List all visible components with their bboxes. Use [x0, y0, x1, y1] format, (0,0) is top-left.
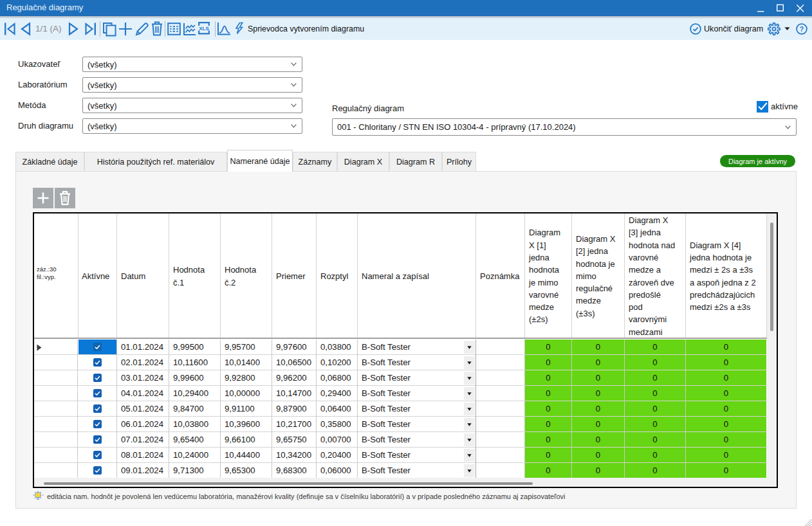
svg-text:XLS: XLS [199, 26, 209, 32]
svg-text:?: ? [800, 25, 804, 33]
